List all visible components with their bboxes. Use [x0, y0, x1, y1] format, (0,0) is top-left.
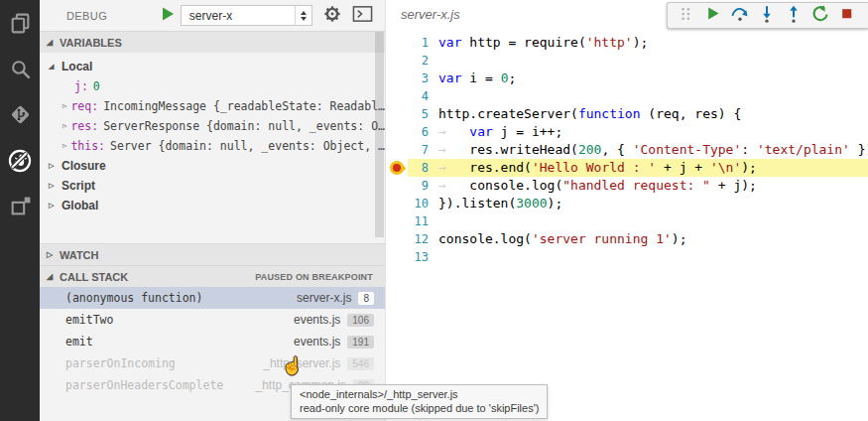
- drag-handle-button[interactable]: [673, 4, 699, 27]
- variable-name: j:: [74, 79, 88, 93]
- code-area: 1var http = require('http');23var i = 0;…: [386, 34, 868, 266]
- scope-row-global[interactable]: ▷Global: [40, 196, 385, 215]
- code-line-1[interactable]: 1var http = require('http');: [386, 34, 868, 52]
- variables-header-label: VARIABLES: [60, 37, 122, 49]
- line-number: 11: [408, 212, 429, 230]
- scope-row-script[interactable]: ▷Script: [40, 176, 385, 196]
- line-number: 2: [408, 52, 429, 70]
- frame-line-badge: 546: [347, 357, 374, 370]
- breakpoint-margin[interactable]: [386, 230, 408, 248]
- sidebar-scrollbar[interactable]: [375, 32, 384, 237]
- continue-button[interactable]: [699, 4, 726, 27]
- breakpoint-margin[interactable]: [386, 212, 408, 230]
- breakpoint-margin[interactable]: [386, 248, 408, 266]
- code-line-9[interactable]: 9→ console.log("handled request: " + j);: [386, 177, 868, 195]
- step-out-button[interactable]: [780, 4, 806, 27]
- gear-icon: [322, 4, 342, 28]
- variable-row-res[interactable]: ▷res:ServerResponse {domain: null, _even…: [40, 116, 385, 136]
- editor-pane: server-x.js 1var http = require('http');…: [385, 0, 868, 421]
- scope-row-closure[interactable]: ▷Closure: [40, 156, 385, 176]
- scope-label: Global: [62, 199, 98, 212]
- line-number: 10: [408, 195, 429, 212]
- activitybar-search-button[interactable]: [0, 53, 40, 85]
- tab-whitespace-icon: →: [438, 142, 469, 157]
- code-line-10[interactable]: 10}).listen(3000);: [386, 195, 868, 212]
- line-text: http.createServer(function (req, res) {: [429, 105, 741, 123]
- activitybar-extensions-button[interactable]: [0, 190, 40, 222]
- stack-frame-emit[interactable]: emit events.js 191: [40, 331, 385, 352]
- breakpoint-margin[interactable]: [386, 105, 408, 123]
- tab-whitespace-icon: →: [438, 124, 469, 139]
- watch-section-header[interactable]: ▷ WATCH: [40, 243, 385, 265]
- collapsed-twisty-icon: ▷: [47, 250, 60, 259]
- breakpoint-margin[interactable]: [386, 141, 408, 159]
- line-text: → console.log("handled request: " + j);: [429, 177, 757, 195]
- line-text: → res.writeHead(200, { 'Content-Type': '…: [429, 141, 868, 159]
- step-into-button[interactable]: [753, 4, 780, 27]
- variable-value: 0: [93, 79, 100, 93]
- frame-file: events.js: [294, 335, 340, 349]
- step-over-button[interactable]: [726, 4, 753, 27]
- code-line-12[interactable]: 12console.log('server running 1');: [386, 230, 868, 248]
- stop-button[interactable]: [833, 4, 860, 27]
- open-debug-console-button[interactable]: [352, 5, 373, 27]
- line-text: [429, 212, 438, 230]
- scope-row-local[interactable]: ◢Local: [40, 57, 385, 76]
- start-debug-button[interactable]: [160, 7, 177, 25]
- call-stack-header-label: CALL STACK: [60, 271, 128, 283]
- expanded-twisty-icon: ◢: [49, 63, 62, 70]
- breakpoint-margin[interactable]: [386, 52, 408, 70]
- tooltip-detail: read-only core module (skipped due to 's…: [300, 401, 539, 415]
- breakpoint-margin[interactable]: [386, 159, 408, 177]
- code-line-4[interactable]: 4: [386, 87, 868, 105]
- activitybar-source-control-button[interactable]: [0, 98, 40, 131]
- source-control-icon: [9, 103, 32, 126]
- code-line-3[interactable]: 3var i = 0;: [386, 70, 868, 87]
- code-line-6[interactable]: 6→ var j = i++;: [386, 123, 868, 141]
- breakpoint-paused-icon: [390, 161, 404, 175]
- breakpoint-margin[interactable]: [386, 70, 408, 87]
- variable-name: res:: [70, 119, 98, 133]
- line-number: 3: [408, 70, 429, 87]
- code-line-8[interactable]: 8→ res.end('Hello World : ' + j + '\n');: [386, 159, 868, 177]
- configure-gear-button[interactable]: [322, 5, 342, 27]
- frame-file: events.js: [294, 313, 340, 327]
- line-text: [429, 52, 438, 70]
- launch-config-value: server-x: [182, 9, 295, 23]
- code-line-7[interactable]: 7→ res.writeHead(200, { 'Content-Type': …: [386, 141, 868, 159]
- breakpoint-margin[interactable]: [386, 177, 408, 195]
- variable-row-j[interactable]: j:0: [40, 76, 385, 96]
- variable-row-req[interactable]: ▷req:IncomingMessage {_readableState: Re…: [40, 96, 385, 116]
- skipfiles-tooltip: <node_internals>/_http_server.js read-on…: [291, 384, 548, 419]
- breakpoint-margin[interactable]: [386, 195, 408, 212]
- debug-sidebar: DEBUG server-x ◢ VARIABLES ◢Localj:0▷req…: [40, 0, 385, 421]
- breakpoint-margin[interactable]: [386, 87, 408, 105]
- code-line-11[interactable]: 11: [386, 212, 868, 230]
- activitybar-explorer-button[interactable]: [0, 7, 40, 40]
- frame-line-badge: 191: [347, 336, 374, 349]
- collapsed-twisty-icon: ▷: [62, 142, 70, 150]
- watch-header-label: WATCH: [60, 249, 99, 261]
- code-line-5[interactable]: 5http.createServer(function (req, res) {: [386, 105, 868, 123]
- call-stack-list: (anonymous function) server-x.js 8emitTw…: [40, 287, 385, 396]
- code-line-13[interactable]: 13: [386, 248, 868, 266]
- stack-frame-emittwo[interactable]: emitTwo events.js 106: [40, 309, 385, 331]
- line-number: 8: [408, 159, 429, 177]
- variable-row-this[interactable]: ▷this:Server {domain: null, _events: Obj…: [40, 136, 385, 156]
- code-line-2[interactable]: 2: [386, 52, 868, 70]
- line-text: var i = 0;: [429, 70, 516, 87]
- breakpoint-margin[interactable]: [386, 34, 408, 52]
- call-stack-section-header[interactable]: ◢ CALL STACK PAUSED ON BREAKPOINT: [40, 265, 385, 287]
- restart-button[interactable]: [806, 4, 833, 27]
- stack-frame--anonymous-function-[interactable]: (anonymous function) server-x.js 8: [40, 287, 385, 309]
- variable-name: req:: [70, 99, 98, 113]
- frame-function: parserOnIncoming: [65, 356, 263, 370]
- frame-function: (anonymous function): [65, 291, 297, 305]
- variables-list: ◢Localj:0▷req:IncomingMessage {_readable…: [40, 53, 385, 215]
- stack-frame-parseronincoming[interactable]: parserOnIncoming _http_server.js 546: [40, 352, 385, 374]
- activitybar-debug-button[interactable]: [0, 144, 40, 177]
- collapsed-twisty-icon: ▷: [49, 162, 62, 170]
- breakpoint-margin[interactable]: [386, 123, 408, 141]
- variables-section-header[interactable]: ◢ VARIABLES: [40, 31, 385, 53]
- launch-config-select[interactable]: server-x: [181, 5, 312, 26]
